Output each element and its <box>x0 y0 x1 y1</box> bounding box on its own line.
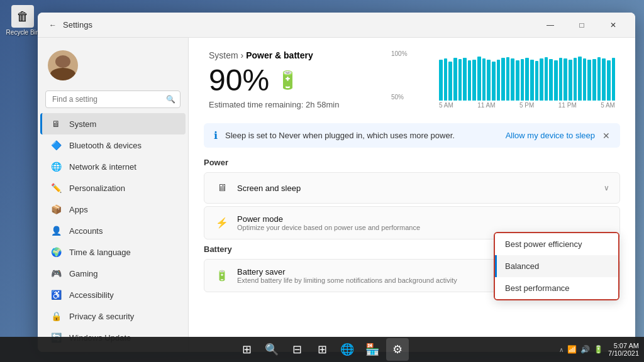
power-section: Power 🖥 Screen and sleep ∨ ⚡ Power mode <box>189 158 635 239</box>
sidebar-item-apps[interactable]: 📦 Apps <box>40 199 186 220</box>
chart-bar <box>549 59 553 101</box>
sidebar-item-gaming[interactable]: 🎮 Gaming <box>40 263 186 284</box>
taskbar-settings-icon[interactable]: ⚙ <box>386 338 409 361</box>
taskbar-start-icon[interactable]: ⊞ <box>235 338 258 361</box>
minimize-button[interactable]: — <box>536 15 565 35</box>
chart-bar <box>569 60 572 101</box>
chart-bar <box>592 59 596 101</box>
chart-bar <box>458 59 462 101</box>
search-icon: 🔍 <box>166 95 175 104</box>
chart-bar <box>521 59 525 101</box>
sidebar-item-personalization[interactable]: ✏️ Personalization <box>40 177 186 199</box>
banner-close-button[interactable]: ✕ <box>602 131 610 141</box>
chart-bar <box>453 58 457 101</box>
network-icon: 🌐 <box>50 161 62 172</box>
chart-bar <box>574 58 577 101</box>
chart-bar <box>472 60 476 101</box>
taskbar-center: ⊞🔍⊟⊞🌐🏪⚙ <box>235 338 409 361</box>
chart-bar <box>516 60 519 101</box>
tray-chevron[interactable]: ∧ <box>559 346 564 353</box>
efficiency-option[interactable]: Best power efficiency <box>495 233 618 255</box>
screen-sleep-name: Screen and sleep <box>237 184 604 193</box>
taskbar-store-icon[interactable]: 🏪 <box>361 338 384 361</box>
sidebar-label-bluetooth: Bluetooth & devices <box>69 141 142 150</box>
accessibility-icon: ♿ <box>50 289 62 300</box>
chart-bar <box>540 58 543 101</box>
desktop: 🗑 Recycle Bin ← Settings — □ ✕ <box>0 0 644 362</box>
system-tray: ∧ 📶 🔊 🔋 <box>559 345 603 354</box>
taskbar: ⊞🔍⊟⊞🌐🏪⚙ ∧ 📶 🔊 🔋 5:07 AM 7/10/2021 <box>0 337 644 362</box>
recycle-bin-label: Recycle Bin <box>6 29 40 36</box>
sidebar-item-accessibility[interactable]: ♿ Accessibility <box>40 284 186 305</box>
taskbar-right: ∧ 📶 🔊 🔋 5:07 AM 7/10/2021 <box>559 342 639 357</box>
sidebar-item-privacy[interactable]: 🔒 Privacy & security <box>40 305 186 327</box>
close-button[interactable]: ✕ <box>599 15 628 35</box>
chart-bar <box>559 58 563 101</box>
chart-bar <box>448 62 452 101</box>
clock-date: 7/10/2021 <box>608 349 639 357</box>
sidebar-item-bluetooth[interactable]: 🔷 Bluetooth & devices <box>40 134 186 156</box>
balanced-option[interactable]: Balanced <box>495 255 618 277</box>
sidebar-item-system[interactable]: 🖥 System <box>40 113 186 134</box>
info-icon: ℹ <box>214 129 218 141</box>
header-left: System › Power & battery 90% 🔋 Estimated… <box>209 50 394 109</box>
chart-bar <box>439 60 443 101</box>
sidebar-label-system: System <box>69 119 96 129</box>
sidebar-item-accounts[interactable]: 👤 Accounts <box>40 220 186 241</box>
sidebar-item-time[interactable]: 🌍 Time & language <box>40 241 186 263</box>
allow-sleep-link[interactable]: Allow my device to sleep <box>506 131 595 140</box>
title-bar: ← Settings — □ ✕ <box>38 13 635 38</box>
battery-tray-icon: 🔋 <box>594 345 603 354</box>
privacy-icon: 🔒 <box>50 310 62 322</box>
page-header: System › Power & battery 90% 🔋 Estimated… <box>189 38 635 123</box>
performance-option[interactable]: Best performance <box>495 277 618 299</box>
maximize-button[interactable]: □ <box>567 15 596 35</box>
info-text: Sleep is set to Never when plugged in, w… <box>225 131 498 140</box>
network-icon: 📶 <box>567 345 577 354</box>
power-mode-row[interactable]: ⚡ Power mode Optimize your device based … <box>204 206 620 239</box>
user-avatar-section <box>38 45 188 90</box>
taskbar-widgets-icon[interactable]: ⊞ <box>311 338 333 361</box>
breadcrumb: System › Power & battery <box>209 50 394 60</box>
sidebar-label-personalization: Personalization <box>69 184 125 193</box>
estimated-time: Estimated time remaining: 2h 58min <box>209 100 394 109</box>
screen-sleep-row[interactable]: 🖥 Screen and sleep ∨ <box>204 172 620 204</box>
sidebar-label-privacy: Privacy & security <box>69 312 134 321</box>
back-button[interactable]: ← <box>45 18 60 33</box>
battery-saver-icon: 🔋 <box>214 268 230 283</box>
main-content: System › Power & battery 90% 🔋 Estimated… <box>189 38 635 352</box>
clock[interactable]: 5:07 AM 7/10/2021 <box>608 342 639 357</box>
search-input[interactable] <box>45 90 180 108</box>
accounts-icon: 👤 <box>50 225 62 236</box>
window-title: Settings <box>63 20 92 30</box>
avatar <box>48 50 78 80</box>
chart-y-labels: 100% 50% <box>391 50 408 101</box>
battery-percentage: 90% <box>209 63 269 97</box>
chart-bar <box>487 60 491 101</box>
chart-bar <box>444 58 448 101</box>
screen-sleep-icon: 🖥 <box>214 180 230 195</box>
chart-bar <box>597 57 601 101</box>
chart-bar <box>545 57 548 101</box>
sidebar-label-time: Time & language <box>69 248 131 257</box>
chart-bar <box>492 62 496 101</box>
taskbar-taskview-icon[interactable]: ⊟ <box>286 338 308 361</box>
chart-bar <box>482 58 486 101</box>
sidebar-label-accessibility: Accessibility <box>69 290 114 300</box>
battery-display: 90% 🔋 <box>209 63 394 97</box>
sidebar-label-gaming: Gaming <box>69 269 98 278</box>
recycle-bin-icon[interactable]: 🗑 Recycle Bin <box>5 5 40 36</box>
bluetooth-icon: 🔷 <box>50 140 62 151</box>
sidebar-item-network[interactable]: 🌐 Network & internet <box>40 156 186 177</box>
sidebar-label-apps: Apps <box>69 205 88 214</box>
taskbar-edge-icon[interactable]: 🌐 <box>336 338 358 361</box>
chart-bar <box>501 58 505 101</box>
breadcrumb-current: Power & battery <box>246 50 313 60</box>
personalization-icon: ✏️ <box>50 182 62 194</box>
sidebar-label-accounts: Accounts <box>69 226 103 236</box>
taskbar-search-icon[interactable]: 🔍 <box>260 338 283 361</box>
chart-x-labels: 5 AM 11 AM 5 PM 11 PM 5 AM <box>439 102 615 109</box>
chart-bar <box>477 57 481 101</box>
chart-bar <box>612 58 616 101</box>
power-section-title: Power <box>204 158 620 167</box>
